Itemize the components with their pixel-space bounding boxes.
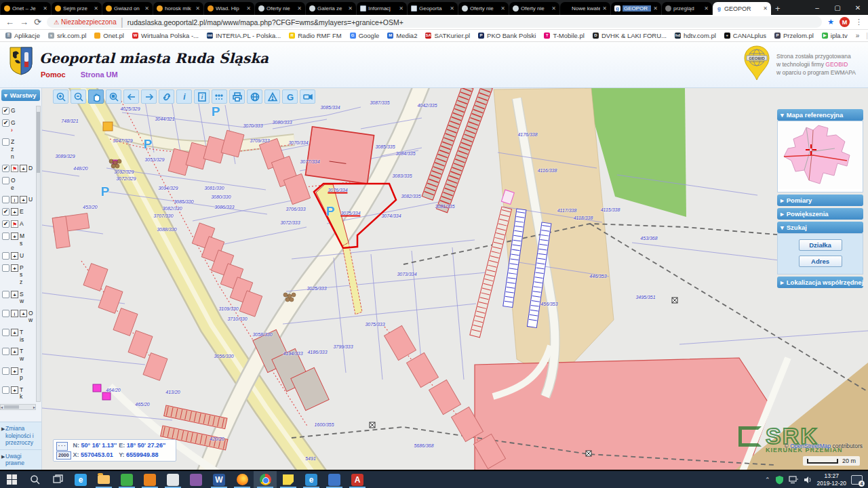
layer-order-link[interactable]: ▶Zmiana kolejności i przezroczy [0, 422, 42, 449]
reload-icon[interactable]: ⟳ [34, 18, 41, 26]
bookmark-item[interactable]: PPrzelom.pl [774, 32, 814, 39]
warning-tool-button[interactable] [264, 89, 280, 104]
browser-tab[interactable]: przegląd✕ [662, 2, 712, 15]
browser-tab[interactable]: Wiad. Hip✕ [204, 2, 254, 15]
legal-notes-link[interactable]: ▶Uwagi prawne [0, 449, 42, 470]
city-site-link[interactable]: Strona UM [81, 70, 118, 79]
layer-item[interactable]: i+Ow [2, 310, 36, 324]
map-scale-value[interactable]: 2000 [56, 451, 71, 460]
zoom-out-tool-button[interactable] [71, 89, 86, 104]
bookmark-item[interactable]: ssrk.com.pl [48, 32, 86, 39]
browser-tab[interactable]: Gwiazd on✕ [102, 2, 153, 15]
acrobat-taskbar-button[interactable]: A [346, 471, 369, 488]
word-taskbar-button[interactable]: W [208, 471, 231, 488]
chrome-taskbar-button[interactable] [254, 471, 277, 488]
info-doc-tool-button[interactable]: i [194, 89, 210, 104]
expand-icon[interactable]: + [11, 291, 18, 298]
bookmark-item[interactable]: TT-Mobile.pl [544, 32, 584, 39]
sticky-notes-taskbar-button[interactable] [277, 471, 300, 488]
expand-icon[interactable]: + [20, 310, 27, 317]
tab-close-icon[interactable]: ✕ [653, 5, 658, 12]
layer-checkbox[interactable]: ✔ [2, 107, 9, 115]
url-input[interactable]: ⚠ Niezabezpieczona | rudaslaska.geoporta… [47, 16, 822, 28]
coordinate-marker-icon[interactable]: · · · [56, 442, 68, 451]
volume-icon[interactable] [804, 476, 812, 484]
bookmark-item[interactable]: SATSATKurier.pl [425, 32, 470, 39]
link-tool-button[interactable] [159, 89, 174, 104]
forward-icon[interactable]: → [20, 18, 28, 26]
browser-tab[interactable]: Oferty nie✕ [509, 2, 559, 15]
layer-checkbox[interactable]: ✔ [2, 165, 9, 172]
internet-explorer-taskbar-button[interactable]: e [300, 471, 323, 488]
panel-section-mapa-referencyjna[interactable]: ▾Mapa referencyjna [777, 109, 863, 121]
expand-icon[interactable]: + [11, 232, 18, 240]
info-tool-button[interactable]: i [176, 89, 192, 104]
bookmark-item[interactable]: WWirtualna Polska -... [132, 32, 199, 39]
new-tab-button[interactable]: + [775, 3, 781, 14]
overview-minimap[interactable] [778, 121, 863, 189]
security-warning[interactable]: ⚠ Niezabezpieczona [54, 18, 117, 26]
layer-checkbox[interactable] [2, 386, 9, 394]
file-explorer-taskbar-button[interactable] [92, 471, 115, 488]
bookmark-item[interactable]: ▶ipla.tv [822, 32, 848, 39]
browser-tab[interactable]: Nowe kwate✕ [560, 2, 610, 15]
layer-checkbox[interactable]: ✔ [2, 119, 9, 127]
layer-checkbox[interactable] [2, 367, 9, 375]
zoom-in-tool-button[interactable] [53, 89, 68, 104]
forward-tool-button[interactable] [141, 89, 157, 104]
layer-item[interactable]: ✔G [2, 107, 36, 115]
tab-close-icon[interactable]: ✕ [763, 5, 768, 12]
globe-tool-button[interactable] [247, 89, 262, 104]
browser-tab-active[interactable]: gGEOPOR✕ [713, 2, 771, 15]
tab-close-icon[interactable]: ✕ [348, 5, 353, 12]
layer-checkbox[interactable]: ✔ [2, 220, 9, 228]
layer-item[interactable]: ✔+E [2, 208, 36, 216]
layer-item[interactable]: +Sw [2, 291, 36, 305]
measure-tool-button[interactable] [212, 89, 227, 104]
layer-checkbox[interactable] [2, 348, 9, 355]
mail-app-taskbar-button[interactable] [138, 471, 161, 488]
browser-tab[interactable]: Onet – Je✕ [1, 2, 51, 15]
layer-item[interactable]: +Tk [2, 386, 36, 401]
google-tool-button[interactable]: G [282, 89, 298, 104]
back-icon[interactable]: ← [5, 18, 14, 26]
chrome-menu-icon[interactable]: ⋮ [855, 18, 863, 26]
browser-tab[interactable]: Geoporta✕ [408, 2, 458, 15]
map-viewport[interactable]: 4025/3293044/321748/3213089/3293047/3293… [42, 88, 868, 470]
tab-close-icon[interactable]: ✕ [297, 5, 302, 12]
layer-item[interactable]: i+U [2, 196, 36, 203]
expand-icon[interactable]: + [11, 367, 18, 375]
bookmark-star-icon[interactable]: ★ [827, 18, 834, 26]
panel-section-szukaj[interactable]: ▾Szukaj [777, 222, 863, 233]
layer-item[interactable]: +Tis [2, 329, 36, 343]
layer-item[interactable]: +U [2, 252, 36, 260]
firefox-taskbar-button[interactable] [231, 471, 254, 488]
layer-checkbox[interactable] [2, 291, 9, 298]
layer-checkbox[interactable] [2, 177, 9, 184]
maximize-button[interactable]: ▢ [827, 1, 848, 15]
back-tool-button[interactable] [123, 89, 139, 104]
panel-section-powi-kszenia[interactable]: ▸Powiększenia [777, 208, 863, 220]
browser-tab[interactable]: horosk mik✕ [153, 2, 203, 15]
browser-tab[interactable]: Sejm prze✕ [52, 2, 102, 15]
layer-checkbox[interactable] [2, 196, 9, 203]
layer-item[interactable]: +Ms [2, 232, 36, 247]
expand-icon[interactable]: + [11, 252, 18, 260]
layer-item[interactable]: +Psz [2, 264, 36, 286]
calculator-taskbar-button[interactable] [161, 471, 184, 488]
sidebar-horizontal-scrollbar[interactable]: ◂▸ [0, 404, 36, 410]
bookmark-item[interactable]: +CANALplus [724, 32, 766, 39]
browser-tab[interactable]: Oferty nie✕ [458, 2, 509, 15]
bookmark-item[interactable]: ⠿Aplikacje [5, 32, 40, 39]
bookmark-item[interactable]: Onet.pl [94, 32, 124, 39]
tray-chevron-icon[interactable]: ⌃ [765, 476, 770, 483]
pan-tool-button[interactable] [88, 89, 104, 104]
layer-item[interactable]: +Tw [2, 348, 36, 362]
print-tool-button[interactable] [229, 89, 245, 104]
profile-avatar[interactable]: M [840, 17, 850, 27]
tab-close-icon[interactable]: ✕ [551, 5, 556, 12]
start-taskbar-button[interactable] [0, 471, 23, 488]
tab-close-icon[interactable]: ✕ [195, 5, 200, 12]
bookmark-item[interactable]: DDVHK & LAKI FORU... [593, 32, 667, 39]
layer-item[interactable]: ✔G› [2, 119, 36, 134]
